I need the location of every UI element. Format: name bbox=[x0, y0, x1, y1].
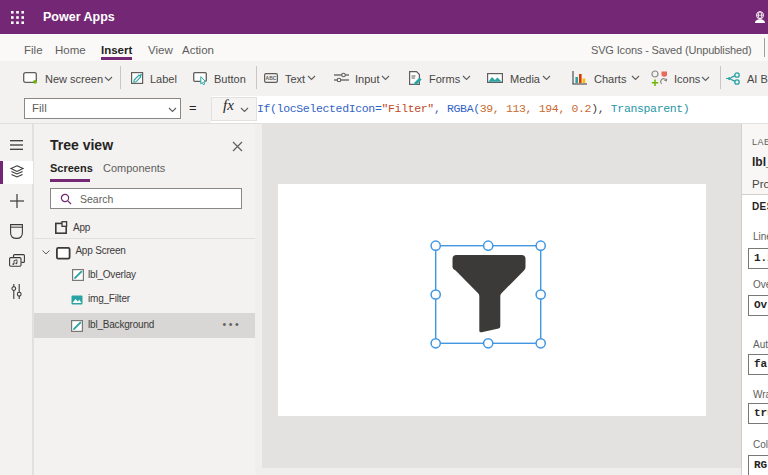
svg-text:ABC: ABC bbox=[266, 75, 277, 81]
